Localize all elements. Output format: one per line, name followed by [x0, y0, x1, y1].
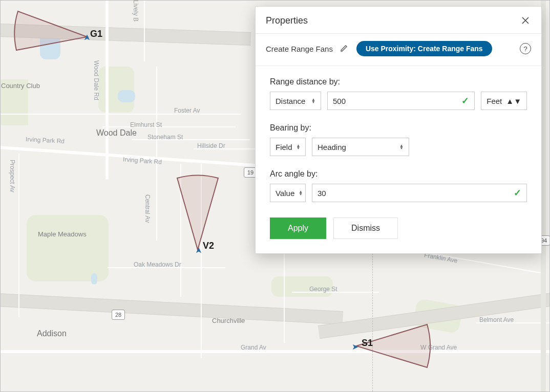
park	[27, 215, 109, 281]
range-fan	[167, 173, 228, 255]
help-button[interactable]: ?	[520, 43, 531, 54]
road-label: Belmont Ave	[479, 316, 514, 323]
range-mode-select[interactable]: Distance ▲▼	[270, 92, 321, 110]
road-label: George St	[309, 286, 337, 293]
updown-icon: ▲▼	[399, 144, 404, 149]
place-label: Churchville	[212, 317, 245, 324]
freeway	[318, 289, 550, 339]
place-label: Country Club	[1, 82, 32, 90]
panel-title: Properties	[266, 15, 308, 26]
road	[180, 164, 181, 297]
road	[102, 126, 236, 127]
close-button[interactable]	[520, 15, 531, 26]
road	[201, 164, 202, 358]
road-label: W Grand Ave	[420, 344, 457, 351]
edit-icon[interactable]	[340, 44, 349, 53]
check-icon: ✓	[509, 187, 521, 199]
bearing-row: Field ▲▼ Heading ▲▼	[270, 138, 527, 156]
freeway	[0, 293, 343, 325]
range-mode-value: Distance	[276, 97, 305, 105]
route-shield: 28	[112, 310, 125, 320]
bearing-field-select[interactable]: Heading ▲▼	[312, 138, 409, 156]
road-label: Central Av	[144, 194, 151, 223]
arc-mode-value: Value	[276, 189, 294, 198]
road	[0, 350, 550, 353]
arc-value-input[interactable]: 30 ✓	[312, 184, 527, 202]
button-row: Apply Dismiss	[270, 217, 527, 239]
vehicle-label: S1	[362, 338, 373, 349]
water	[118, 90, 135, 102]
range-unit-select[interactable]: Feet ▲▼	[481, 92, 527, 110]
road-label: Oak Meadows Dr	[134, 261, 181, 268]
vehicle-marker: ➤	[194, 246, 202, 254]
proximity-pill-button[interactable]: Use Proximity: Create Range Fans	[356, 41, 492, 56]
mode-label: Create Range Fans	[266, 45, 333, 53]
vehicle-label: V2	[203, 241, 214, 251]
range-value: 500	[333, 97, 456, 105]
arc-value: 30	[318, 189, 509, 198]
road	[0, 114, 241, 115]
road-label: Irving Park Rd	[26, 136, 65, 145]
place-label: Wood Dale	[96, 128, 137, 138]
road	[105, 0, 109, 179]
road	[156, 67, 157, 241]
section-label-range: Range distance by:	[270, 77, 527, 86]
road-label: Wood Dale Rd	[93, 60, 100, 100]
place-label: Addison	[37, 329, 67, 338]
updown-icon: ▲▼	[297, 144, 301, 149]
panel-subheader: Create Range Fans Use Proximity: Create …	[256, 34, 541, 66]
range-row: Distance ▲▼ 500 ✓ Feet ▲▼	[270, 92, 527, 110]
dismiss-button[interactable]: Dismiss	[333, 217, 398, 239]
updown-icon: ▲▼	[299, 190, 303, 195]
range-unit-value: Feet	[486, 97, 502, 105]
panel-body: Range distance by: Distance ▲▼ 500 ✓ Fee…	[256, 66, 541, 253]
range-value-input[interactable]: 500 ✓	[327, 92, 475, 110]
updown-icon: ▲▼	[311, 98, 315, 103]
arc-mode-select[interactable]: Value ▲▼	[270, 184, 306, 202]
place-label: Maple Meadows	[38, 230, 84, 238]
vehicle-marker: ➤	[352, 342, 360, 350]
road-label: Lively B	[132, 0, 139, 21]
properties-panel: Properties Create Range Fans Use Proximi…	[255, 6, 542, 254]
park	[98, 67, 134, 113]
help-icon: ?	[523, 45, 527, 53]
road-label: Foster Av	[174, 107, 200, 114]
road-label: Elmhurst St	[130, 121, 162, 128]
road	[144, 0, 145, 61]
vehicle-marker: ➤	[82, 33, 90, 41]
bearing-field-value: Heading	[318, 143, 346, 151]
section-label-bearing: Bearing by:	[270, 123, 527, 133]
boundary	[372, 230, 373, 392]
road-label: Hillside Dr	[197, 142, 225, 149]
water	[91, 273, 97, 285]
road	[18, 154, 19, 317]
panel-header: Properties	[256, 7, 541, 34]
road-label: Prospect Av	[9, 160, 16, 192]
check-icon: ✓	[456, 95, 469, 106]
close-icon	[522, 17, 529, 24]
freeway	[0, 23, 251, 46]
arc-row: Value ▲▼ 30 ✓	[270, 184, 527, 202]
bearing-mode-select[interactable]: Field ▲▼	[270, 138, 306, 156]
updown-icon: ▲▼	[506, 97, 521, 105]
road-label: Stoneham St	[147, 134, 183, 141]
road-label: Grand Av	[241, 344, 266, 351]
section-label-arc: Arc angle by:	[270, 169, 527, 179]
apply-button[interactable]: Apply	[270, 217, 326, 239]
bearing-mode-value: Field	[276, 143, 292, 151]
vehicle-label: G1	[90, 29, 102, 39]
